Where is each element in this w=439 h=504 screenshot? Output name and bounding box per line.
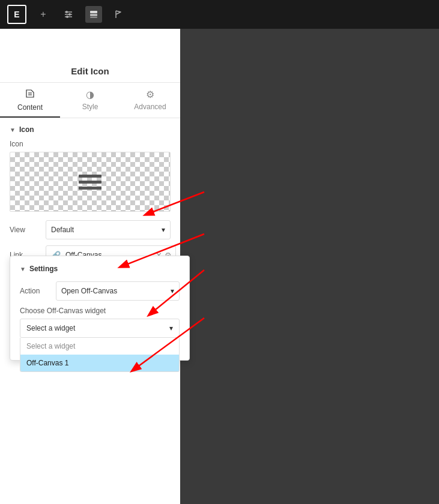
layers-button[interactable] [85,6,102,23]
top-toolbar: E + [0,0,439,29]
svg-point-5 [66,16,68,18]
widget-dropdown-list: Select a widget Off-Canvas 1 [20,338,180,372]
svg-rect-6 [90,11,97,13]
view-row: View Default ▾ [10,220,171,239]
action-row: Action Open Off-Canvas ▾ [20,281,180,301]
hamburger-line-1 [79,175,101,178]
tab-style[interactable]: ◑ Style [60,83,120,118]
action-dropdown-icon: ▾ [171,287,174,295]
sliders-button[interactable] [60,6,77,23]
view-dropdown-icon: ▾ [162,226,165,234]
dropdown-option-offcanvas[interactable]: Off-Canvas 1 [20,355,179,371]
widget-dropdown-trigger[interactable]: Select a widget ▾ [20,319,180,338]
section-arrow: ▼ [10,127,16,133]
edit-panel: Edit Icon Content ◑ Style ⚙ Advanced [0,29,180,504]
svg-point-3 [65,11,68,13]
settings-popup: ▼ Settings Action Open Off-Canvas ▾ Choo… [10,256,180,361]
icon-section-title: ▼ Icon [10,125,171,134]
content-tab-icon [25,89,35,101]
canvas-area[interactable] [180,29,439,504]
settings-arrow-icon: ▼ [20,266,26,272]
hamburger-line-2 [79,181,101,184]
elementor-logo[interactable]: E [7,5,26,24]
choose-label: Choose Off-Canvas widget [20,307,180,315]
hamburger-icon [79,175,101,190]
advanced-tab-icon: ⚙ [146,89,154,100]
svg-rect-8 [90,17,97,18]
hamburger-line-3 [79,187,101,190]
flag-button[interactable] [111,6,127,23]
tab-content[interactable]: Content [0,83,60,118]
add-button[interactable]: + [35,6,52,23]
widget-dropdown-wrapper: Select a widget ▾ Select a widget Off-Ca… [20,319,180,338]
style-tab-icon: ◑ [86,89,94,100]
settings-popup-title: ▼ Settings [20,265,180,273]
dropdown-option-placeholder[interactable]: Select a widget [20,338,179,355]
svg-rect-7 [90,14,97,16]
icon-preview[interactable] [10,152,171,212]
action-select-inner: Open Off-Canvas ▾ [61,287,174,295]
action-select[interactable]: Open Off-Canvas ▾ [56,281,180,301]
svg-point-4 [68,13,71,16]
icon-field-label: Icon [10,140,171,148]
tab-advanced[interactable]: ⚙ Advanced [120,83,180,118]
widget-dropdown-icon: ▾ [169,324,173,332]
panel-title: Edit Icon [0,58,180,83]
icon-section: ▼ Icon Icon View Default [0,118,180,278]
panel-tabs: Content ◑ Style ⚙ Advanced [0,83,180,118]
view-select[interactable]: Default ▾ [46,220,171,239]
